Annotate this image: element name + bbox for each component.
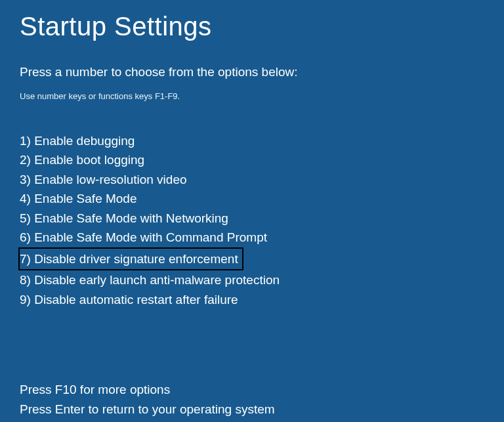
startup-option-1[interactable]: 1) Enable debugging xyxy=(20,131,135,150)
startup-settings-screen: Startup Settings Press a number to choos… xyxy=(0,0,504,422)
key-hint: Use number keys or functions keys F1-F9. xyxy=(20,91,484,101)
startup-option-4[interactable]: 4) Enable Safe Mode xyxy=(20,189,137,208)
startup-option-5[interactable]: 5) Enable Safe Mode with Networking xyxy=(20,209,228,228)
startup-option-7[interactable]: 7) Disable driver signature enforcement xyxy=(18,247,243,270)
footer-instructions: Press F10 for more options Press Enter t… xyxy=(20,380,484,419)
startup-option-3[interactable]: 3) Enable low-resolution video xyxy=(20,170,187,189)
page-title: Startup Settings xyxy=(20,12,484,41)
startup-option-6[interactable]: 6) Enable Safe Mode with Command Prompt xyxy=(20,228,267,247)
startup-option-2[interactable]: 2) Enable boot logging xyxy=(20,150,144,169)
return-line: Press Enter to return to your operating … xyxy=(20,400,484,419)
more-options-line: Press F10 for more options xyxy=(20,380,484,400)
startup-option-8[interactable]: 8) Disable early launch anti-malware pro… xyxy=(20,270,280,289)
startup-options-list: 1) Enable debugging2) Enable boot loggin… xyxy=(20,131,484,309)
instruction-subtitle: Press a number to choose from the option… xyxy=(20,65,484,79)
startup-option-9[interactable]: 9) Disable automatic restart after failu… xyxy=(20,290,238,309)
